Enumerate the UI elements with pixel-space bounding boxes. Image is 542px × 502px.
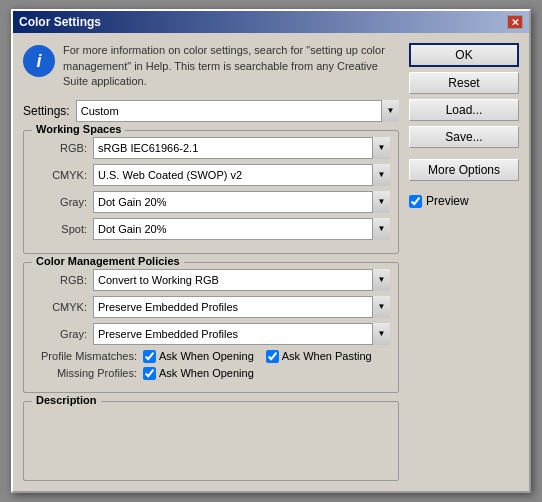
save-button[interactable]: Save... bbox=[409, 126, 519, 148]
ws-spot-dropdown[interactable]: Dot Gain 20% bbox=[93, 218, 390, 240]
cm-gray-dropdown-wrapper: Preserve Embedded Profiles ▼ bbox=[93, 323, 390, 345]
ws-rgb-dropdown[interactable]: sRGB IEC61966-2.1 bbox=[93, 137, 390, 159]
cm-cmyk-label: CMYK: bbox=[32, 301, 87, 313]
working-spaces-label: Working Spaces bbox=[32, 123, 125, 135]
ask-pasting-mismatch-label[interactable]: Ask When Pasting bbox=[266, 350, 372, 363]
cm-rgb-label: RGB: bbox=[32, 274, 87, 286]
dialog-body: i For more information on color settings… bbox=[13, 33, 529, 490]
settings-dropdown-wrapper: Custom ▼ bbox=[76, 100, 399, 122]
info-row: i For more information on color settings… bbox=[23, 43, 399, 89]
preview-checkbox[interactable] bbox=[409, 195, 422, 208]
load-button[interactable]: Load... bbox=[409, 99, 519, 121]
left-panel: i For more information on color settings… bbox=[23, 43, 399, 480]
ws-rgb-dropdown-wrapper: sRGB IEC61966-2.1 ▼ bbox=[93, 137, 390, 159]
color-settings-dialog: Color Settings ✕ i For more information … bbox=[11, 9, 531, 492]
ask-opening-mismatch-checkbox[interactable] bbox=[143, 350, 156, 363]
cm-cmyk-row: CMYK: Preserve Embedded Profiles ▼ bbox=[32, 296, 390, 318]
ok-button[interactable]: OK bbox=[409, 43, 519, 67]
cm-gray-row: Gray: Preserve Embedded Profiles ▼ bbox=[32, 323, 390, 345]
reset-button[interactable]: Reset bbox=[409, 72, 519, 94]
ask-opening-mismatch-label[interactable]: Ask When Opening bbox=[143, 350, 254, 363]
ask-pasting-mismatch-checkbox[interactable] bbox=[266, 350, 279, 363]
profile-mismatches-label: Profile Mismatches: bbox=[32, 350, 137, 362]
ws-gray-label: Gray: bbox=[32, 196, 87, 208]
preview-label: Preview bbox=[426, 194, 469, 208]
ask-pasting-mismatch-text: Ask When Pasting bbox=[282, 350, 372, 362]
dialog-title: Color Settings bbox=[19, 15, 101, 29]
title-bar: Color Settings ✕ bbox=[13, 11, 529, 33]
settings-dropdown[interactable]: Custom bbox=[76, 100, 399, 122]
ws-cmyk-row: CMYK: U.S. Web Coated (SWOP) v2 ▼ bbox=[32, 164, 390, 186]
settings-label: Settings: bbox=[23, 104, 70, 118]
ws-gray-dropdown-wrapper: Dot Gain 20% ▼ bbox=[93, 191, 390, 213]
working-spaces-group: Working Spaces RGB: sRGB IEC61966-2.1 ▼ … bbox=[23, 130, 399, 254]
color-management-label: Color Management Policies bbox=[32, 255, 184, 267]
info-icon: i bbox=[23, 45, 55, 77]
cm-rgb-dropdown[interactable]: Convert to Working RGB bbox=[93, 269, 390, 291]
cm-rgb-dropdown-wrapper: Convert to Working RGB ▼ bbox=[93, 269, 390, 291]
missing-profiles-checks: Ask When Opening bbox=[143, 367, 254, 380]
close-icon: ✕ bbox=[511, 17, 519, 28]
ask-opening-missing-label[interactable]: Ask When Opening bbox=[143, 367, 254, 380]
ws-rgb-row: RGB: sRGB IEC61966-2.1 ▼ bbox=[32, 137, 390, 159]
missing-profiles-label: Missing Profiles: bbox=[32, 367, 137, 379]
right-panel: OK Reset Load... Save... More Options Pr… bbox=[409, 43, 519, 480]
description-group: Description bbox=[23, 401, 399, 481]
ws-spot-row: Spot: Dot Gain 20% ▼ bbox=[32, 218, 390, 240]
more-options-button[interactable]: More Options bbox=[409, 159, 519, 181]
more-options-spacer: More Options bbox=[409, 159, 519, 181]
ws-spot-label: Spot: bbox=[32, 223, 87, 235]
info-text: For more information on color settings, … bbox=[63, 43, 399, 89]
ask-opening-missing-text: Ask When Opening bbox=[159, 367, 254, 379]
ws-gray-dropdown[interactable]: Dot Gain 20% bbox=[93, 191, 390, 213]
preview-row: Preview bbox=[409, 194, 519, 208]
description-content bbox=[32, 408, 390, 416]
profile-mismatches-row: Profile Mismatches: Ask When Opening Ask… bbox=[32, 350, 390, 363]
ws-cmyk-dropdown[interactable]: U.S. Web Coated (SWOP) v2 bbox=[93, 164, 390, 186]
ws-cmyk-label: CMYK: bbox=[32, 169, 87, 181]
ws-cmyk-dropdown-wrapper: U.S. Web Coated (SWOP) v2 ▼ bbox=[93, 164, 390, 186]
ask-opening-missing-checkbox[interactable] bbox=[143, 367, 156, 380]
cm-rgb-row: RGB: Convert to Working RGB ▼ bbox=[32, 269, 390, 291]
ws-gray-row: Gray: Dot Gain 20% ▼ bbox=[32, 191, 390, 213]
ws-spot-dropdown-wrapper: Dot Gain 20% ▼ bbox=[93, 218, 390, 240]
profile-mismatches-checks: Ask When Opening Ask When Pasting bbox=[143, 350, 372, 363]
settings-row: Settings: Custom ▼ bbox=[23, 100, 399, 122]
cm-gray-label: Gray: bbox=[32, 328, 87, 340]
color-management-group: Color Management Policies RGB: Convert t… bbox=[23, 262, 399, 393]
cm-cmyk-dropdown-wrapper: Preserve Embedded Profiles ▼ bbox=[93, 296, 390, 318]
missing-profiles-row: Missing Profiles: Ask When Opening bbox=[32, 367, 390, 380]
cm-cmyk-dropdown[interactable]: Preserve Embedded Profiles bbox=[93, 296, 390, 318]
ask-opening-mismatch-text: Ask When Opening bbox=[159, 350, 254, 362]
close-button[interactable]: ✕ bbox=[507, 15, 523, 29]
ws-rgb-label: RGB: bbox=[32, 142, 87, 154]
description-label: Description bbox=[32, 394, 101, 406]
cm-gray-dropdown[interactable]: Preserve Embedded Profiles bbox=[93, 323, 390, 345]
